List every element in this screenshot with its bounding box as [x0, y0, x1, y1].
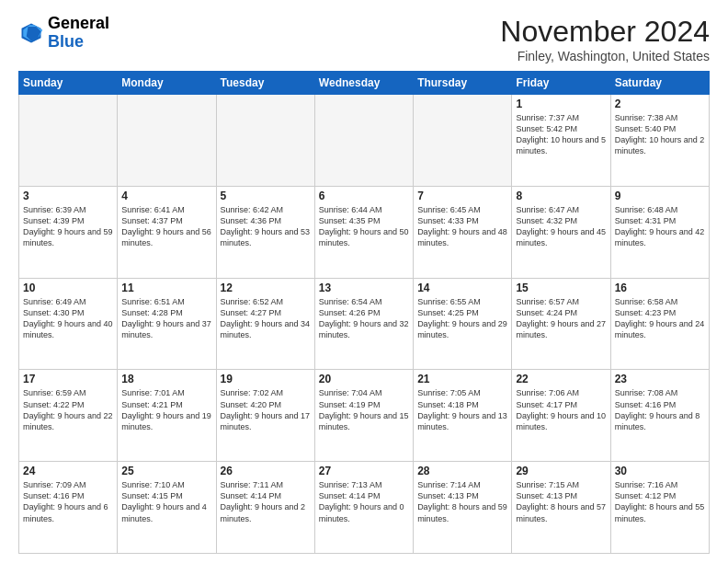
day-number: 20 — [319, 373, 409, 385]
day-number: 14 — [417, 282, 507, 294]
day-info: Sunrise: 7:09 AM Sunset: 4:16 PM Dayligh… — [23, 479, 113, 524]
day-cell: 20Sunrise: 7:04 AM Sunset: 4:19 PM Dayli… — [314, 370, 413, 462]
day-number: 25 — [121, 465, 211, 477]
col-tuesday: Tuesday — [216, 72, 314, 95]
day-info: Sunrise: 6:55 AM Sunset: 4:25 PM Dayligh… — [417, 296, 507, 341]
day-number: 15 — [516, 282, 606, 294]
week-row-2: 3Sunrise: 6:39 AM Sunset: 4:39 PM Daylig… — [19, 186, 710, 278]
header: General Blue November 2024 Finley, Washi… — [18, 15, 710, 63]
day-number: 17 — [23, 373, 113, 385]
calendar-table: Sunday Monday Tuesday Wednesday Thursday… — [18, 71, 710, 554]
day-info: Sunrise: 6:42 AM Sunset: 4:36 PM Dayligh… — [221, 204, 311, 249]
day-info: Sunrise: 6:48 AM Sunset: 4:31 PM Dayligh… — [615, 204, 705, 249]
col-saturday: Saturday — [610, 72, 709, 95]
day-info: Sunrise: 7:02 AM Sunset: 4:20 PM Dayligh… — [221, 387, 311, 432]
logo-line1: General — [48, 15, 109, 33]
day-cell — [216, 95, 314, 187]
day-info: Sunrise: 7:16 AM Sunset: 4:12 PM Dayligh… — [615, 479, 705, 524]
day-cell: 10Sunrise: 6:49 AM Sunset: 4:30 PM Dayli… — [19, 278, 118, 370]
col-friday: Friday — [512, 72, 610, 95]
day-cell: 8Sunrise: 6:47 AM Sunset: 4:32 PM Daylig… — [512, 186, 610, 278]
day-cell: 27Sunrise: 7:13 AM Sunset: 4:14 PM Dayli… — [314, 462, 413, 554]
week-row-5: 24Sunrise: 7:09 AM Sunset: 4:16 PM Dayli… — [19, 462, 710, 554]
day-number: 2 — [615, 98, 705, 110]
day-cell: 22Sunrise: 7:06 AM Sunset: 4:17 PM Dayli… — [512, 370, 610, 462]
week-row-4: 17Sunrise: 6:59 AM Sunset: 4:22 PM Dayli… — [19, 370, 710, 462]
day-cell: 13Sunrise: 6:54 AM Sunset: 4:26 PM Dayli… — [314, 278, 413, 370]
col-sunday: Sunday — [19, 72, 118, 95]
day-cell: 29Sunrise: 7:15 AM Sunset: 4:13 PM Dayli… — [512, 462, 610, 554]
col-wednesday: Wednesday — [314, 72, 413, 95]
day-number: 19 — [221, 373, 311, 385]
day-number: 24 — [23, 465, 113, 477]
day-cell: 14Sunrise: 6:55 AM Sunset: 4:25 PM Dayli… — [414, 278, 512, 370]
day-number: 26 — [221, 465, 311, 477]
day-info: Sunrise: 6:57 AM Sunset: 4:24 PM Dayligh… — [516, 296, 606, 341]
day-number: 10 — [23, 282, 113, 294]
day-info: Sunrise: 7:06 AM Sunset: 4:17 PM Dayligh… — [516, 387, 606, 432]
title-block: November 2024 Finley, Washington, United… — [500, 15, 710, 63]
day-info: Sunrise: 6:45 AM Sunset: 4:33 PM Dayligh… — [417, 204, 507, 249]
col-monday: Monday — [118, 72, 216, 95]
day-cell — [314, 95, 413, 187]
day-cell: 17Sunrise: 6:59 AM Sunset: 4:22 PM Dayli… — [19, 370, 118, 462]
day-info: Sunrise: 6:52 AM Sunset: 4:27 PM Dayligh… — [221, 296, 311, 341]
day-info: Sunrise: 6:51 AM Sunset: 4:28 PM Dayligh… — [121, 296, 211, 341]
day-cell — [19, 95, 118, 187]
day-info: Sunrise: 7:10 AM Sunset: 4:15 PM Dayligh… — [121, 479, 211, 524]
day-cell — [414, 95, 512, 187]
day-number: 29 — [516, 465, 606, 477]
day-cell: 3Sunrise: 6:39 AM Sunset: 4:39 PM Daylig… — [19, 186, 118, 278]
calendar-body: 1Sunrise: 7:37 AM Sunset: 5:42 PM Daylig… — [19, 95, 710, 554]
day-cell: 1Sunrise: 7:37 AM Sunset: 5:42 PM Daylig… — [512, 95, 610, 187]
day-cell: 12Sunrise: 6:52 AM Sunset: 4:27 PM Dayli… — [216, 278, 314, 370]
day-info: Sunrise: 6:47 AM Sunset: 4:32 PM Dayligh… — [516, 204, 606, 249]
day-number: 5 — [221, 190, 311, 202]
day-cell: 25Sunrise: 7:10 AM Sunset: 4:15 PM Dayli… — [118, 462, 216, 554]
day-cell — [118, 95, 216, 187]
day-info: Sunrise: 7:05 AM Sunset: 4:18 PM Dayligh… — [417, 387, 507, 432]
day-number: 13 — [319, 282, 409, 294]
day-number: 7 — [417, 190, 507, 202]
day-info: Sunrise: 7:37 AM Sunset: 5:42 PM Dayligh… — [516, 112, 606, 157]
day-cell: 5Sunrise: 6:42 AM Sunset: 4:36 PM Daylig… — [216, 186, 314, 278]
day-info: Sunrise: 6:59 AM Sunset: 4:22 PM Dayligh… — [23, 387, 113, 432]
logo: General Blue — [18, 15, 109, 52]
day-number: 8 — [516, 190, 606, 202]
logo-line2: Blue — [48, 33, 109, 52]
day-number: 18 — [121, 373, 211, 385]
header-row: Sunday Monday Tuesday Wednesday Thursday… — [19, 72, 710, 95]
day-number: 3 — [23, 190, 113, 202]
day-cell: 11Sunrise: 6:51 AM Sunset: 4:28 PM Dayli… — [118, 278, 216, 370]
week-row-1: 1Sunrise: 7:37 AM Sunset: 5:42 PM Daylig… — [19, 95, 710, 187]
day-cell: 21Sunrise: 7:05 AM Sunset: 4:18 PM Dayli… — [414, 370, 512, 462]
day-cell: 26Sunrise: 7:11 AM Sunset: 4:14 PM Dayli… — [216, 462, 314, 554]
day-info: Sunrise: 6:44 AM Sunset: 4:35 PM Dayligh… — [319, 204, 409, 249]
logo-text: General Blue — [48, 15, 109, 52]
day-cell: 9Sunrise: 6:48 AM Sunset: 4:31 PM Daylig… — [610, 186, 709, 278]
day-number: 6 — [319, 190, 409, 202]
day-number: 28 — [417, 465, 507, 477]
day-number: 30 — [615, 465, 705, 477]
week-row-3: 10Sunrise: 6:49 AM Sunset: 4:30 PM Dayli… — [19, 278, 710, 370]
day-cell: 4Sunrise: 6:41 AM Sunset: 4:37 PM Daylig… — [118, 186, 216, 278]
day-info: Sunrise: 7:14 AM Sunset: 4:13 PM Dayligh… — [417, 479, 507, 524]
day-number: 1 — [516, 98, 606, 110]
day-number: 21 — [417, 373, 507, 385]
day-info: Sunrise: 7:11 AM Sunset: 4:14 PM Dayligh… — [221, 479, 311, 524]
day-info: Sunrise: 7:01 AM Sunset: 4:21 PM Dayligh… — [121, 387, 211, 432]
day-number: 12 — [221, 282, 311, 294]
day-info: Sunrise: 6:41 AM Sunset: 4:37 PM Dayligh… — [121, 204, 211, 249]
day-number: 9 — [615, 190, 705, 202]
day-info: Sunrise: 7:04 AM Sunset: 4:19 PM Dayligh… — [319, 387, 409, 432]
day-info: Sunrise: 6:54 AM Sunset: 4:26 PM Dayligh… — [319, 296, 409, 341]
day-cell: 16Sunrise: 6:58 AM Sunset: 4:23 PM Dayli… — [610, 278, 709, 370]
day-cell: 28Sunrise: 7:14 AM Sunset: 4:13 PM Dayli… — [414, 462, 512, 554]
day-cell: 18Sunrise: 7:01 AM Sunset: 4:21 PM Dayli… — [118, 370, 216, 462]
day-info: Sunrise: 7:15 AM Sunset: 4:13 PM Dayligh… — [516, 479, 606, 524]
month-title: November 2024 — [500, 15, 710, 49]
day-number: 23 — [615, 373, 705, 385]
day-number: 27 — [319, 465, 409, 477]
page: General Blue November 2024 Finley, Washi… — [0, 0, 728, 563]
day-number: 4 — [121, 190, 211, 202]
